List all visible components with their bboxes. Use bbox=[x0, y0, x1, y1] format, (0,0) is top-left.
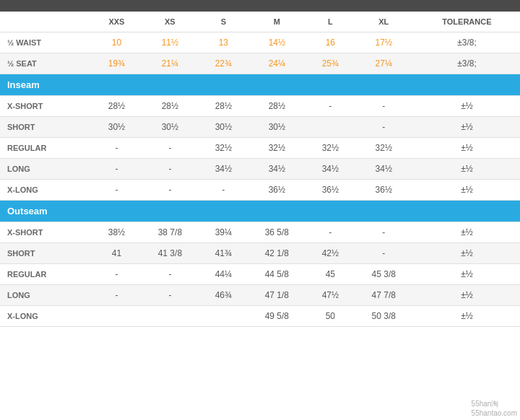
row-label: LONG bbox=[0, 285, 93, 306]
size-table: XXS XS S M L XL TOLERANCE ½ WAIST1011½13… bbox=[0, 12, 520, 327]
cell-value: 30½ bbox=[200, 117, 247, 138]
section-header-outseam: Outseam bbox=[0, 201, 520, 222]
cell-value: 44¼ bbox=[200, 264, 247, 285]
cell-value: 25¾ bbox=[307, 53, 354, 74]
cell-value: 34½ bbox=[354, 159, 414, 180]
cell-value: - bbox=[140, 159, 200, 180]
cell-value: 45 bbox=[307, 264, 354, 285]
cell-value: 30½ bbox=[93, 117, 140, 138]
cell-value: ±½ bbox=[414, 159, 520, 180]
cell-value: 30½ bbox=[140, 117, 200, 138]
cell-value: 19¾ bbox=[93, 53, 140, 74]
cell-value: ±3/8; bbox=[414, 53, 520, 74]
cell-value: 17½ bbox=[354, 32, 414, 53]
row-label: X-LONG bbox=[0, 306, 93, 327]
cell-value: - bbox=[140, 138, 200, 159]
cell-value: 34½ bbox=[200, 159, 247, 180]
row-label: ½ WAIST bbox=[0, 32, 93, 53]
cell-value: 24¼ bbox=[247, 53, 307, 74]
cell-value: 14½ bbox=[247, 32, 307, 53]
cell-value: ±½ bbox=[414, 222, 520, 243]
cell-value: 41¾ bbox=[200, 243, 247, 264]
page-container: XXS XS S M L XL TOLERANCE ½ WAIST1011½13… bbox=[0, 0, 520, 327]
cell-value: - bbox=[140, 285, 200, 306]
cell-value: 30½ bbox=[247, 117, 307, 138]
cell-value: 42½ bbox=[307, 243, 354, 264]
cell-value: - bbox=[140, 180, 200, 201]
cell-value bbox=[200, 306, 247, 327]
row-label: REGULAR bbox=[0, 264, 93, 285]
cell-value: - bbox=[93, 285, 140, 306]
cell-value: 32½ bbox=[200, 138, 247, 159]
row-label: SHORT bbox=[0, 117, 93, 138]
cell-value: 27¼ bbox=[354, 53, 414, 74]
cell-value: 16 bbox=[307, 32, 354, 53]
cell-value: 34½ bbox=[247, 159, 307, 180]
cell-value: ±½ bbox=[414, 243, 520, 264]
cell-value: 32½ bbox=[307, 138, 354, 159]
table-row: SHORT4141 3/841¾42 1/842½-±½ bbox=[0, 243, 520, 264]
col-header-xl: XL bbox=[354, 12, 414, 32]
cell-value: 41 bbox=[93, 243, 140, 264]
table-row: REGULAR--44¼44 5/84545 3/8±½ bbox=[0, 264, 520, 285]
cell-value: ±½ bbox=[414, 96, 520, 117]
cell-value: 32½ bbox=[247, 138, 307, 159]
row-label: REGULAR bbox=[0, 138, 93, 159]
cell-value: 36½ bbox=[307, 180, 354, 201]
row-label: X-SHORT bbox=[0, 222, 93, 243]
table-body: ½ WAIST1011½1314½1617½±3/8;½ SEAT19¾21¼2… bbox=[0, 32, 520, 327]
cell-value: - bbox=[140, 264, 200, 285]
cell-value: - bbox=[307, 222, 354, 243]
cell-value: 36 5/8 bbox=[247, 222, 307, 243]
cell-value: 50 bbox=[307, 306, 354, 327]
cell-value: - bbox=[307, 96, 354, 117]
table-row: REGULAR--32½32½32½32½±½ bbox=[0, 138, 520, 159]
cell-value: 47 7/8 bbox=[354, 285, 414, 306]
cell-value: 41 3/8 bbox=[140, 243, 200, 264]
cell-value: ±½ bbox=[414, 180, 520, 201]
cell-value: - bbox=[200, 180, 247, 201]
cell-value: - bbox=[93, 180, 140, 201]
cell-value: 36½ bbox=[354, 180, 414, 201]
cell-value: ±½ bbox=[414, 285, 520, 306]
cell-value: - bbox=[354, 243, 414, 264]
cell-value: 21¼ bbox=[140, 53, 200, 74]
cell-value bbox=[307, 117, 354, 138]
cell-value: 28½ bbox=[247, 96, 307, 117]
col-header-l: L bbox=[307, 12, 354, 32]
row-label: X-LONG bbox=[0, 180, 93, 201]
cell-value: 28½ bbox=[93, 96, 140, 117]
cell-value: - bbox=[93, 159, 140, 180]
col-header-xxs: XXS bbox=[93, 12, 140, 32]
cell-value: 10 bbox=[93, 32, 140, 53]
col-header-label bbox=[0, 12, 93, 32]
row-label: ½ SEAT bbox=[0, 53, 93, 74]
cell-value: 39¼ bbox=[200, 222, 247, 243]
cell-value: - bbox=[93, 264, 140, 285]
cell-value: 45 3/8 bbox=[354, 264, 414, 285]
cell-value: - bbox=[354, 96, 414, 117]
cell-value: ±½ bbox=[414, 306, 520, 327]
table-row: X-SHORT28½28½28½28½--±½ bbox=[0, 96, 520, 117]
cell-value: - bbox=[93, 138, 140, 159]
cell-value: ±½ bbox=[414, 117, 520, 138]
table-row: LONG--34½34½34½34½±½ bbox=[0, 159, 520, 180]
table-row: SHORT30½30½30½30½-±½ bbox=[0, 117, 520, 138]
section-header-inseam: Inseam bbox=[0, 74, 520, 96]
cell-value bbox=[140, 306, 200, 327]
table-row: X-LONG---36½36½36½±½ bbox=[0, 180, 520, 201]
header-row: XXS XS S M L XL TOLERANCE bbox=[0, 12, 520, 32]
cell-value: 38 7/8 bbox=[140, 222, 200, 243]
table-row: X-LONG49 5/85050 3/8±½ bbox=[0, 306, 520, 327]
col-header-tolerance: TOLERANCE bbox=[414, 12, 520, 32]
table-title bbox=[0, 0, 520, 12]
cell-value: 50 3/8 bbox=[354, 306, 414, 327]
row-label: LONG bbox=[0, 159, 93, 180]
cell-value: 22¾ bbox=[200, 53, 247, 74]
cell-value bbox=[93, 306, 140, 327]
cell-value: 36½ bbox=[247, 180, 307, 201]
cell-value: 28½ bbox=[200, 96, 247, 117]
cell-value: 44 5/8 bbox=[247, 264, 307, 285]
table-row: LONG--46¾47 1/847½47 7/8±½ bbox=[0, 285, 520, 306]
cell-value: 13 bbox=[200, 32, 247, 53]
